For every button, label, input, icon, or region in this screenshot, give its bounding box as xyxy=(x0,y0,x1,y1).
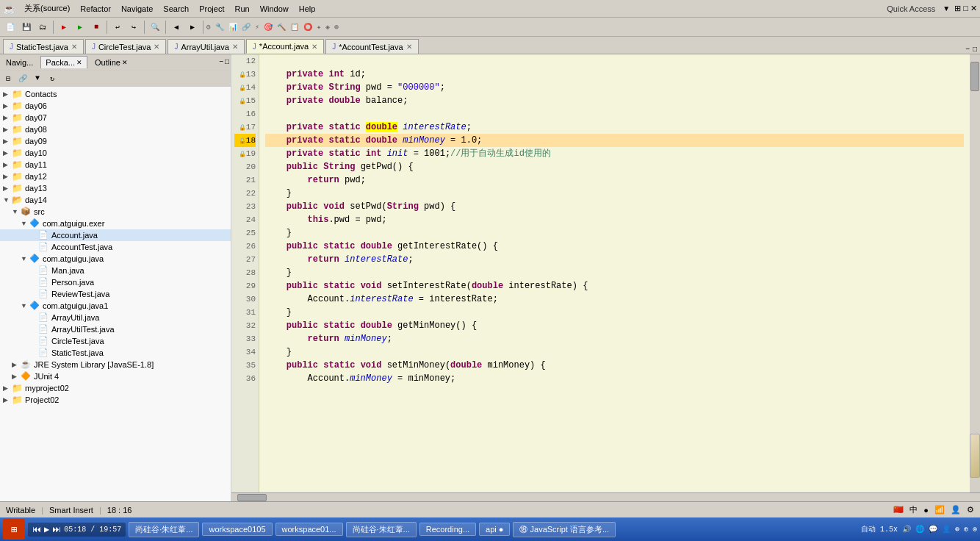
menu-project[interactable]: Project xyxy=(195,3,228,15)
tab-static-test[interactable]: J StaticTest.java ✕ xyxy=(3,39,84,54)
tab-close-array[interactable]: ✕ xyxy=(232,43,238,51)
media-prev[interactable]: ⏮ xyxy=(32,524,41,535)
h-scroll-thumb[interactable] xyxy=(237,494,267,501)
taskbar-recording[interactable]: Recording... xyxy=(419,523,476,536)
minimize-panel[interactable]: − xyxy=(219,58,223,66)
taskbar-atguigu2[interactable]: 尚硅谷·朱红葦... xyxy=(346,522,417,537)
menu-help[interactable]: Help xyxy=(295,3,320,15)
tree-item-day11[interactable]: ▶ 📁 day11 xyxy=(0,159,231,171)
taskbar-atguigu1[interactable]: 尚硅谷·朱红葦... xyxy=(129,522,199,537)
tree-item-pkg-exer[interactable]: ▼ 🔷 com.atguigu.exer xyxy=(0,218,231,229)
media-next[interactable]: ⏭ xyxy=(52,524,61,535)
tray-volume[interactable]: 🔊 xyxy=(902,525,911,534)
tb-search[interactable]: 🔍 xyxy=(148,20,162,35)
maximize-editor[interactable]: □ xyxy=(973,46,977,54)
tb-prev[interactable]: ◀ xyxy=(169,20,184,35)
code-line-33: return minMoney; xyxy=(265,332,964,345)
close-outline-tab[interactable]: ✕ xyxy=(122,59,128,66)
tb-next[interactable]: ▶ xyxy=(185,20,200,35)
java-file-icon: 📄 xyxy=(38,265,50,276)
tb-debug[interactable]: ▶ xyxy=(57,20,71,35)
taskbar-api[interactable]: api ● xyxy=(479,523,510,536)
scroll-thumb[interactable] xyxy=(970,62,979,91)
tree-item-man-java[interactable]: 📄 Man.java xyxy=(0,265,231,276)
collapse-all-btn[interactable]: ⊟ xyxy=(1,72,15,85)
maximize-panel[interactable]: □ xyxy=(225,58,229,66)
vertical-scrollbar[interactable] xyxy=(970,54,980,492)
tab-account[interactable]: J *Account.java ✕ xyxy=(246,39,324,54)
code-editor[interactable]: 12 🔒13 🔒14 🔒15 16 🔒17 🔒18 🔒 xyxy=(231,54,980,501)
code-scroll-area[interactable]: 12 🔒13 🔒14 🔒15 16 🔒17 🔒18 🔒 xyxy=(231,54,980,492)
menu-navigate[interactable]: Navigate xyxy=(117,3,157,15)
media-play[interactable]: ▶ xyxy=(44,524,49,535)
tree-item-accounttest-java[interactable]: 📄 AccountTest.java xyxy=(0,241,231,253)
tree-item-arrayutil-java[interactable]: 📄 ArrayUtil.java xyxy=(0,312,231,323)
tree-item-pkg-java1[interactable]: ▼ 🔷 com.atguigu.java1 xyxy=(0,300,231,312)
tree-item-day10[interactable]: ▶ 📁 day10 xyxy=(0,147,231,159)
tb-new[interactable]: 📄 xyxy=(3,20,18,35)
tree-item-arrayutiltest-java[interactable]: 📄 ArrayUtilTest.java xyxy=(0,323,231,335)
quick-access-dropdown[interactable]: ▼ xyxy=(943,4,950,12)
tb-save[interactable]: 💾 xyxy=(19,20,34,35)
view-menu-btn[interactable]: ▼ xyxy=(31,72,44,85)
tree-item-contacts[interactable]: ▶ 📁 Contacts xyxy=(0,88,231,100)
link-editor-btn[interactable]: 🔗 xyxy=(16,72,29,85)
tree-item-day13[interactable]: ▶ 📁 day13 xyxy=(0,182,231,194)
tree-item-jre[interactable]: ▶ ☕ JRE System Library [JavaSE-1.8] xyxy=(0,359,231,370)
tab-close-account[interactable]: ✕ xyxy=(311,43,317,51)
close-panel-tab[interactable]: ✕ xyxy=(76,59,82,66)
taskbar-javascript[interactable]: ⑱ JavaScript 语言参考... xyxy=(513,522,616,537)
menu-run[interactable]: Run xyxy=(230,3,253,15)
tree-item-day08[interactable]: ▶ 📁 day08 xyxy=(0,123,231,135)
tree-item-day12[interactable]: ▶ 📁 day12 xyxy=(0,171,231,182)
menu-refactor[interactable]: Refactor xyxy=(76,3,115,15)
line-num-27: 27 xyxy=(234,253,256,266)
tb-stop[interactable]: ■ xyxy=(89,20,104,35)
tree-item-statictest-java[interactable]: 📄 StaticTest.java xyxy=(0,347,231,359)
tb-sep5 xyxy=(203,21,203,34)
tab-circle-test[interactable]: J CircleTest.java ✕ xyxy=(85,39,167,54)
tb-run[interactable]: ▶ xyxy=(73,20,87,35)
panel-tab-navigator[interactable]: Navig... xyxy=(1,57,37,68)
tree-item-account-java[interactable]: 📄 Account.java xyxy=(0,229,231,241)
tree-item-circletest-java[interactable]: 📄 CircleTest.java xyxy=(0,335,231,347)
tree-item-junit[interactable]: ▶ 🔶 JUnit 4 xyxy=(0,370,231,382)
tab-close-static[interactable]: ✕ xyxy=(71,43,77,51)
tree-item-pkg-java[interactable]: ▼ 🔷 com.atguigu.java xyxy=(0,253,231,265)
tree-item-day14[interactable]: ▼ 📂 day14 xyxy=(0,194,231,206)
java-file-icon: 📄 xyxy=(38,336,50,346)
minimize-editor[interactable]: − xyxy=(965,46,970,54)
start-button[interactable]: ⊞ xyxy=(3,519,25,540)
tb-redo[interactable]: ↪ xyxy=(126,20,141,35)
tb-undo[interactable]: ↩ xyxy=(110,20,125,35)
tab-account-test[interactable]: J *AccountTest.java ✕ xyxy=(325,39,418,54)
horizontal-scrollbar[interactable] xyxy=(231,492,980,501)
menu-window[interactable]: Window xyxy=(256,3,293,15)
taskbar-workspace0105[interactable]: workspace0105 xyxy=(202,523,272,536)
tree-item-src[interactable]: ▼ 📦 src xyxy=(0,206,231,218)
menu-source[interactable]: 关系(source) xyxy=(20,1,74,15)
tree-item-day09[interactable]: ▶ 📁 day09 xyxy=(0,135,231,147)
taskbar-workspace01[interactable]: workspace01... xyxy=(275,523,343,536)
tab-bar-actions: − □ xyxy=(965,46,977,54)
tree-item-myproject02[interactable]: ▶ 📁 myproject02 xyxy=(0,382,231,394)
folder-icon: 📁 xyxy=(12,148,24,158)
tree-item-reviewtest-java[interactable]: 📄 ReviewTest.java xyxy=(0,288,231,300)
tb-save-all[interactable]: 🗂 xyxy=(35,20,50,35)
expand-arrow: ▶ xyxy=(3,114,12,121)
tree-item-day06[interactable]: ▶ 📁 day06 xyxy=(0,100,231,112)
tab-close-account-test[interactable]: ✕ xyxy=(406,43,412,51)
sync-btn[interactable]: ↻ xyxy=(46,72,59,85)
tab-array-util[interactable]: J ArrayUtil.java ✕ xyxy=(167,39,244,54)
panel-tab-outline[interactable]: Outline ✕ xyxy=(90,57,132,68)
tree-item-person-java[interactable]: 📄 Person.java xyxy=(0,276,231,288)
panel-tab-package[interactable]: Packa... ✕ xyxy=(40,56,87,68)
code-content[interactable]: private int id; private String pwd = "00… xyxy=(259,54,970,492)
tray-chat[interactable]: 💬 xyxy=(929,525,937,534)
tree-item-day07[interactable]: ▶ 📁 day07 xyxy=(0,112,231,123)
code-line-13: private int id; xyxy=(265,68,964,81)
tree-item-project02[interactable]: ▶ 📁 Project02 xyxy=(0,394,231,406)
tab-close-circle[interactable]: ✕ xyxy=(154,43,159,51)
menu-search[interactable]: Search xyxy=(159,3,193,15)
package-explorer-tree[interactable]: ▶ 📁 Contacts ▶ 📁 day06 ▶ 📁 day07 ▶ 📁 da xyxy=(0,87,231,501)
